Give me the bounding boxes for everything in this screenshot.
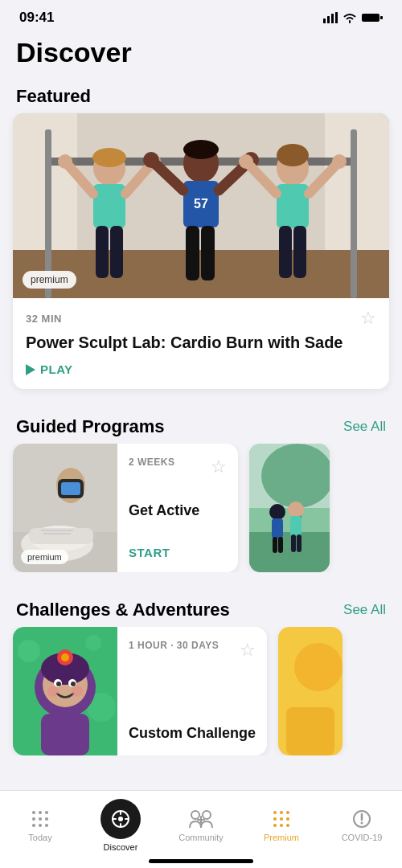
start-button[interactable]: START — [129, 546, 227, 559]
svg-point-14 — [92, 148, 126, 167]
nav-item-community[interactable]: Community — [161, 809, 241, 842]
svg-point-18 — [58, 154, 72, 169]
program-card[interactable]: premium 2 WEEKS ☆ Get Active START — [13, 444, 238, 572]
svg-rect-79 — [41, 714, 89, 755]
svg-rect-40 — [293, 226, 306, 278]
challenge-star-icon[interactable]: ☆ — [240, 640, 256, 661]
program-info: 2 WEEKS ☆ Get Active START — [117, 444, 238, 572]
svg-point-84 — [39, 811, 42, 814]
svg-rect-63 — [297, 534, 302, 552]
premium-icon — [271, 809, 292, 829]
svg-rect-20 — [96, 226, 109, 278]
svg-rect-59 — [278, 537, 283, 553]
nav-label-today: Today — [28, 833, 51, 842]
svg-point-106 — [280, 817, 283, 821]
svg-point-87 — [39, 817, 42, 821]
featured-star-icon[interactable]: ☆ — [360, 308, 376, 329]
status-time: 09:41 — [19, 10, 54, 26]
challenges-scroll: 1 HOUR · 30 DAYS ☆ Custom Challenge — [0, 627, 402, 755]
svg-rect-31 — [201, 226, 215, 280]
guided-programs-header: Guided Programs See All — [0, 408, 402, 444]
programs-scroll: premium 2 WEEKS ☆ Get Active START — [0, 444, 402, 572]
svg-point-105 — [273, 817, 277, 821]
svg-point-91 — [45, 824, 48, 827]
svg-point-102 — [273, 811, 277, 814]
play-button[interactable]: PLAY — [26, 362, 376, 376]
featured-section-title: Featured — [16, 86, 91, 107]
svg-point-93 — [118, 817, 123, 821]
svg-rect-39 — [279, 226, 292, 278]
guided-programs-section: Guided Programs See All — [0, 408, 402, 572]
svg-point-38 — [332, 154, 347, 169]
covid-icon — [351, 809, 372, 829]
challenges-section: Challenges & Adventures See All — [0, 592, 402, 755]
battery-icon — [362, 12, 383, 23]
svg-rect-1 — [327, 16, 330, 23]
svg-point-110 — [286, 824, 289, 827]
guided-programs-title: Guided Programs — [16, 416, 165, 437]
signal-icon — [323, 12, 338, 23]
page-title: Discover — [16, 37, 386, 68]
nav-item-discover[interactable]: Discover — [80, 799, 161, 852]
svg-point-113 — [361, 822, 363, 825]
svg-rect-12 — [351, 129, 357, 298]
svg-point-85 — [45, 811, 48, 814]
svg-point-103 — [280, 811, 283, 814]
svg-point-33 — [277, 144, 309, 166]
home-indicator — [149, 859, 253, 863]
svg-rect-57 — [272, 518, 283, 538]
program-weeks: 2 WEEKS — [129, 457, 175, 468]
play-triangle-icon — [26, 364, 35, 375]
featured-duration-row: 32 MIN ☆ — [26, 308, 376, 329]
svg-point-37 — [239, 154, 253, 169]
nature-scene — [249, 444, 330, 572]
challenge-name: Custom Challenge — [129, 725, 256, 743]
svg-point-23 — [183, 140, 219, 159]
challenge-card-2[interactable] — [278, 627, 343, 755]
svg-point-76 — [71, 682, 76, 686]
svg-point-89 — [32, 824, 35, 827]
guided-programs-see-all[interactable]: See All — [343, 419, 386, 435]
svg-rect-15 — [93, 184, 125, 228]
svg-rect-5 — [380, 16, 383, 19]
svg-rect-45 — [61, 482, 80, 495]
svg-point-72 — [61, 653, 69, 661]
featured-info: 32 MIN ☆ Power Sculpt Lab: Cardio Burn w… — [13, 298, 389, 389]
svg-point-83 — [32, 811, 35, 814]
svg-rect-21 — [110, 226, 123, 278]
featured-image: 57 — [13, 113, 389, 298]
program-card-2[interactable] — [249, 444, 330, 572]
svg-rect-55 — [249, 532, 330, 572]
svg-point-77 — [47, 686, 59, 697]
challenges-header: Challenges & Adventures See All — [0, 592, 402, 627]
today-icon — [30, 809, 51, 829]
svg-point-99 — [203, 811, 211, 819]
svg-rect-4 — [362, 14, 379, 22]
challenge-card-image — [13, 627, 117, 755]
featured-section-header: Featured — [0, 78, 402, 113]
nav-label-covid: COVID-19 — [342, 833, 383, 842]
challenge-card[interactable]: 1 HOUR · 30 DAYS ☆ Custom Challenge — [13, 627, 267, 755]
svg-rect-30 — [186, 226, 199, 280]
program-star-icon[interactable]: ☆ — [211, 457, 227, 477]
community-icon — [189, 809, 213, 829]
featured-title: Power Sculpt Lab: Cardio Burn with Sade — [26, 332, 376, 353]
challenge-info: 1 HOUR · 30 DAYS ☆ Custom Challenge — [117, 627, 267, 755]
nav-item-premium[interactable]: Premium — [241, 809, 322, 842]
svg-point-98 — [191, 811, 199, 819]
challenges-see-all[interactable]: See All — [343, 602, 386, 618]
svg-point-104 — [286, 811, 289, 814]
svg-text:57: 57 — [194, 197, 208, 211]
featured-card[interactable]: 57 — [13, 113, 389, 389]
featured-duration: 32 MIN — [26, 313, 62, 325]
svg-rect-62 — [291, 534, 296, 552]
svg-rect-58 — [273, 537, 277, 553]
svg-point-81 — [294, 643, 343, 691]
nav-label-premium: Premium — [264, 833, 299, 842]
yellow-challenge-scene — [278, 627, 343, 755]
svg-point-56 — [269, 504, 285, 520]
nav-item-today[interactable]: Today — [0, 809, 80, 842]
program-card-image: premium — [13, 444, 117, 572]
nav-item-covid[interactable]: COVID-19 — [322, 809, 402, 842]
svg-rect-34 — [277, 184, 309, 228]
